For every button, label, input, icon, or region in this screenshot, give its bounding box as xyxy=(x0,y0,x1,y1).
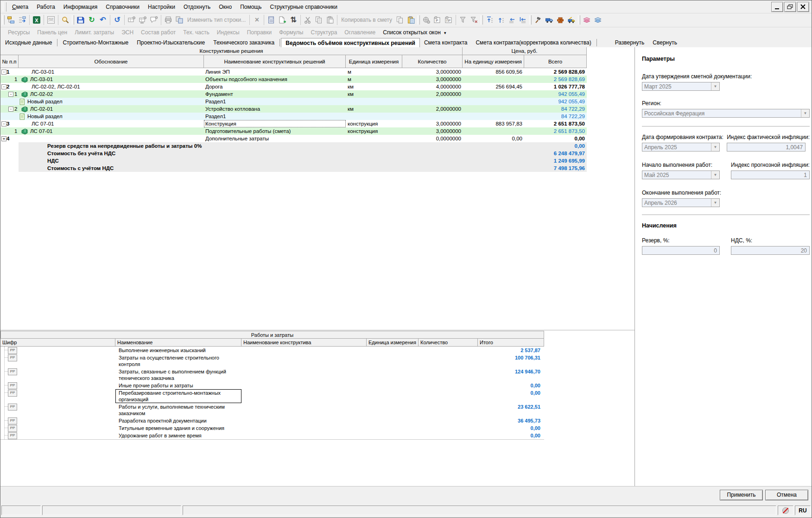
layers-pink-icon[interactable] xyxy=(581,14,592,25)
works-row[interactable]: РРВыполнение инженерных изысканий2 537,8… xyxy=(0,347,544,354)
works-row[interactable]: РРПеребазирование строительно-монтажных … xyxy=(0,389,544,403)
contract-date-select[interactable]: Апрель 2025 ▼ xyxy=(642,143,720,152)
menu-item-4[interactable]: Настройки xyxy=(144,2,179,12)
apply-button[interactable]: Применить xyxy=(720,490,763,500)
toolbar-grip[interactable] xyxy=(481,15,483,25)
works-name-cell[interactable]: Выполнение инженерных изысканий xyxy=(115,347,241,354)
row-comment-icon[interactable] xyxy=(148,14,159,25)
work-end-select[interactable]: Апрель 2026 ▼ xyxy=(642,198,720,207)
menu-item-0[interactable]: Смета xyxy=(8,2,32,12)
tab-action-0[interactable]: Развернуть xyxy=(611,38,649,47)
table-row[interactable]: 1ЛС-03-01Объекты подсобного назначениям3… xyxy=(0,76,587,83)
works-name-cell[interactable]: Разработка проектной документации xyxy=(115,417,241,424)
tab-6[interactable]: Смета контракта(корректировка количества… xyxy=(471,38,595,47)
forecast-inflation-input[interactable]: 1 xyxy=(731,171,810,179)
works-name-cell[interactable]: Титульные временные здания и сооружения xyxy=(115,424,241,432)
toolbar-grip[interactable] xyxy=(529,15,532,25)
copy-structure-icon[interactable] xyxy=(174,14,185,25)
refresh-icon[interactable]: ↻ xyxy=(86,14,97,25)
pp-row-icon[interactable]: РР xyxy=(8,354,17,361)
structure-tree-icon[interactable] xyxy=(6,14,17,25)
actual-inflation-input[interactable]: 1,0047 xyxy=(727,143,806,152)
pp-row-icon[interactable]: РР xyxy=(8,417,17,424)
menu-grip[interactable] xyxy=(3,2,6,12)
works-row[interactable]: РРРаботы и услуги, выполняемые техническ… xyxy=(0,403,544,417)
level-left-icon[interactable] xyxy=(506,14,517,25)
table-row[interactable]: -2ЛС-02-01Устройство котлованакм2,000000… xyxy=(0,105,587,113)
level-up-icon[interactable] xyxy=(495,14,506,25)
calculator-icon[interactable] xyxy=(266,14,277,25)
pp-row-icon[interactable]: РР xyxy=(8,390,17,397)
works-row[interactable]: РРТитульные временные здания и сооружени… xyxy=(0,424,544,432)
pr-badge-icon[interactable]: ПР xyxy=(443,14,454,25)
table-row[interactable]: -2ЛС-02-02, ЛС-02-01Дорогакм4,0000000256… xyxy=(0,83,587,90)
table-row[interactable]: -1ЛС-03-01Линия ЭПм3,0000000856 609,562 … xyxy=(0,68,587,76)
table-row[interactable]: -1ЛС-02-02Фундаменткм2,0000000942 055,49 xyxy=(0,90,587,98)
works-row[interactable]: РРЗатраты на осуществление строительного… xyxy=(0,354,544,368)
panel-button-7[interactable]: Поправки xyxy=(243,28,275,37)
works-name-cell[interactable]: Затраты, связанные с выполнением функций… xyxy=(115,368,241,382)
table-row[interactable]: -3ЛС 07-01Конструкцияконструкция3,000000… xyxy=(0,120,587,127)
excel-icon[interactable]: X xyxy=(31,14,42,25)
expand-toggle-icon[interactable]: - xyxy=(1,84,6,89)
panel-button-9[interactable]: Структура xyxy=(307,28,341,37)
pdf-icon[interactable]: PDF xyxy=(45,14,57,25)
row-name-cell[interactable]: Подготовительные работы (смета) xyxy=(204,127,346,135)
row-name-cell[interactable]: Раздел1 xyxy=(204,113,346,120)
search-icon[interactable] xyxy=(60,14,71,25)
p-badge-icon[interactable]: P xyxy=(432,14,443,25)
toolbar-grip[interactable] xyxy=(2,15,5,25)
works-name-cell[interactable]: Работы и услуги, выполняемые техническим… xyxy=(115,403,241,417)
close-button[interactable] xyxy=(797,2,809,12)
row-type-add-icon[interactable] xyxy=(137,14,148,25)
vat-input[interactable]: 20 xyxy=(731,246,810,255)
tab-1[interactable]: Строительно-Монтажные xyxy=(58,38,133,47)
tab-action-1[interactable]: Свернуть xyxy=(648,38,681,47)
menu-item-8[interactable]: Структурные справочники xyxy=(266,2,342,12)
insert-doc-icon[interactable] xyxy=(277,14,288,25)
work-start-select[interactable]: Май 2025 ▼ xyxy=(642,171,720,179)
table-row[interactable]: Новый разделРаздел1942 055,49 xyxy=(0,98,587,105)
row-type-icon[interactable] xyxy=(126,14,137,25)
layers-blue-icon[interactable] xyxy=(592,14,603,25)
pp-row-icon[interactable]: РР xyxy=(8,425,17,432)
copy-pages-icon[interactable] xyxy=(394,14,406,25)
menu-item-7[interactable]: Помощь xyxy=(236,2,266,12)
tab-5[interactable]: Смета контракта xyxy=(420,38,472,47)
works-row[interactable]: РРЗатраты, связанные с выполнением функц… xyxy=(0,368,544,382)
pp-row-icon[interactable]: РР xyxy=(8,404,17,411)
row-name-cell[interactable]: Дополнительные затраты xyxy=(204,135,346,142)
pp-row-icon[interactable]: РР xyxy=(8,432,17,439)
works-name-cell[interactable]: Затраты на осуществление строительного к… xyxy=(115,354,241,368)
expand-toggle-icon[interactable]: - xyxy=(8,107,13,112)
filter-icon[interactable] xyxy=(457,14,469,25)
works-name-cell[interactable]: Иные прочие работы и затраты xyxy=(115,382,241,389)
undo-all-icon[interactable]: ↺ xyxy=(112,14,123,25)
undo-icon[interactable]: ↶ xyxy=(97,14,108,25)
row-name-cell[interactable]: Раздел1 xyxy=(204,98,346,105)
pane-splitter[interactable] xyxy=(0,330,634,330)
menu-item-5[interactable]: Отдохнуть xyxy=(179,2,215,12)
menu-item-6[interactable]: Окно xyxy=(215,2,236,12)
works-name-cell[interactable]: Перебазирование строительно-монтажных ор… xyxy=(115,389,241,403)
tab-0[interactable]: Исходные данные xyxy=(1,38,56,47)
print-icon[interactable] xyxy=(163,14,174,25)
language-indicator[interactable]: RU xyxy=(795,505,811,515)
panel-button-3[interactable]: ЭСН xyxy=(118,28,137,37)
toolbar-grip[interactable] xyxy=(72,15,74,25)
panel-button-10[interactable]: Оглавление xyxy=(341,28,379,37)
works-row[interactable]: РРРазработка проектной документации36 49… xyxy=(0,417,544,424)
menu-item-3[interactable]: Справочники xyxy=(102,2,144,12)
level-top-icon[interactable] xyxy=(484,14,495,25)
minimize-button[interactable] xyxy=(771,2,783,12)
menu-item-1[interactable]: Работа xyxy=(32,2,59,12)
paste-clipboard-icon[interactable] xyxy=(406,14,417,25)
materials-icon[interactable] xyxy=(555,14,566,25)
expand-toggle-icon[interactable]: - xyxy=(8,92,13,97)
panel-button-2[interactable]: Лимит. затраты xyxy=(71,28,118,37)
delete-x-icon[interactable]: × xyxy=(251,14,262,25)
machines-icon[interactable] xyxy=(566,14,577,25)
row-name-cell[interactable]: Дорога xyxy=(204,83,346,90)
panel-button-8[interactable]: Формулы xyxy=(275,28,307,37)
open-windows-button[interactable]: Список открытых окон ▾ xyxy=(379,28,450,37)
